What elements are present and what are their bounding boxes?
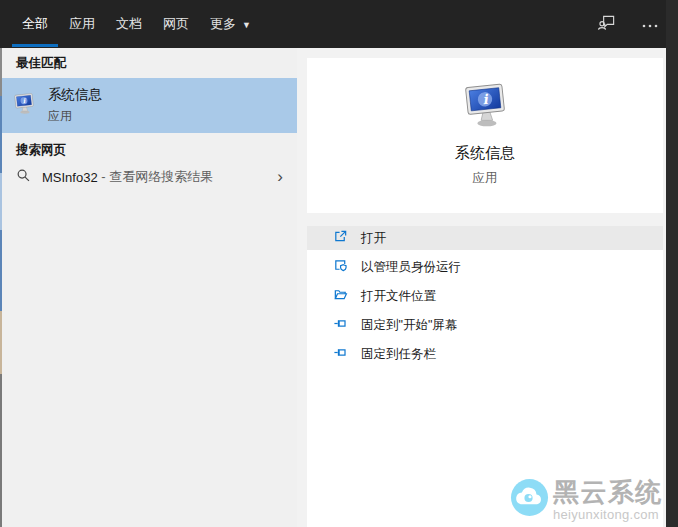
watermark: 黑云系统 heiyunxitong.com — [510, 478, 663, 521]
desktop-edge-left — [0, 48, 2, 527]
search-query: MSInfo32 — [42, 170, 98, 185]
ellipsis-icon — [641, 15, 659, 33]
search-suffix: - 查看网络搜索结果 — [98, 168, 214, 186]
pin-icon — [333, 345, 348, 364]
tab-documents-label: 文档 — [116, 16, 142, 31]
windows-search-window: 全部 应用 文档 网页 更多▼ — [0, 0, 678, 527]
tab-more[interactable]: 更多▼ — [210, 0, 251, 48]
search-web-header: 搜索网页 — [16, 142, 297, 157]
feedback-button[interactable] — [594, 12, 618, 36]
app-preview-card: i 系统信息 应用 — [307, 58, 663, 213]
action-pin-to-start[interactable]: 固定到"开始"屏幕 — [307, 313, 663, 337]
action-run-as-admin-label: 以管理员身份运行 — [361, 259, 461, 276]
watermark-text: 黑云系统 heiyunxitong.com — [553, 478, 663, 521]
action-open-file-location-label: 打开文件位置 — [361, 288, 436, 305]
tab-more-label: 更多 — [210, 16, 236, 31]
system-info-icon: i — [13, 93, 35, 119]
watermark-name: 黑云系统 — [553, 478, 663, 507]
feedback-icon — [597, 13, 616, 36]
desktop-edge-right — [666, 0, 678, 527]
folder-location-icon — [333, 287, 348, 306]
best-match-header: 最佳匹配 — [16, 55, 297, 70]
chevron-down-icon: ▼ — [242, 20, 251, 30]
action-run-as-admin[interactable]: 以管理员身份运行 — [307, 255, 663, 279]
web-search-item[interactable]: MSInfo32 - 查看网络搜索结果 › — [0, 162, 297, 192]
search-header: 全部 应用 文档 网页 更多▼ — [0, 0, 678, 48]
launch-icon — [333, 229, 348, 248]
admin-shield-icon — [333, 258, 348, 277]
system-info-icon-large: i — [307, 83, 663, 133]
best-match-subtitle: 应用 — [48, 108, 102, 125]
action-pin-to-start-label: 固定到"开始"屏幕 — [361, 317, 457, 334]
app-subtitle: 应用 — [307, 170, 663, 187]
tab-apps-label: 应用 — [69, 16, 95, 31]
best-match-text: 系统信息 应用 — [48, 86, 102, 125]
tab-all[interactable]: 全部 — [22, 0, 48, 48]
action-pin-to-taskbar[interactable]: 固定到任务栏 — [307, 342, 663, 366]
action-open-file-location[interactable]: 打开文件位置 — [307, 284, 663, 308]
tab-web-label: 网页 — [163, 16, 189, 31]
heiyun-cloud-logo-icon — [510, 478, 549, 521]
best-match-title: 系统信息 — [48, 86, 102, 104]
tab-apps[interactable]: 应用 — [69, 0, 95, 48]
search-filter-tabs: 全部 应用 文档 网页 更多▼ — [22, 0, 251, 48]
search-icon — [16, 168, 31, 187]
action-open-label: 打开 — [361, 230, 386, 247]
watermark-url: heiyunxitong.com — [553, 508, 663, 521]
header-icons — [594, 0, 662, 48]
tab-documents[interactable]: 文档 — [116, 0, 142, 48]
tab-all-label: 全部 — [22, 16, 48, 31]
more-options-button[interactable] — [638, 12, 662, 36]
tab-web[interactable]: 网页 — [163, 0, 189, 48]
action-pin-to-taskbar-label: 固定到任务栏 — [361, 346, 436, 363]
app-title: 系统信息 — [307, 144, 663, 163]
chevron-right-icon[interactable]: › — [277, 170, 283, 184]
best-match-item[interactable]: i 系统信息 应用 — [0, 78, 297, 133]
preview-panel: i 系统信息 应用 打开 — [297, 48, 666, 527]
results-panel: 最佳匹配 i — [0, 48, 297, 527]
pin-icon — [333, 316, 348, 335]
action-open[interactable]: 打开 — [307, 226, 663, 250]
